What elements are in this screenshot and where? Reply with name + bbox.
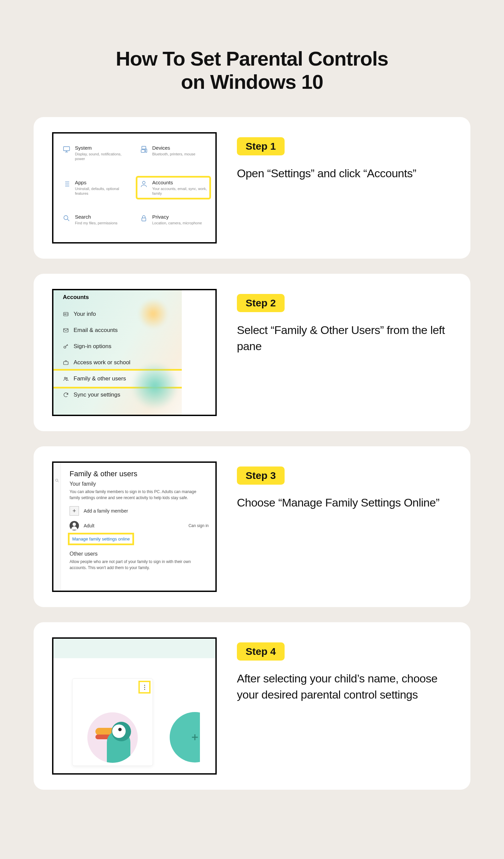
svg-point-12 bbox=[64, 377, 66, 379]
step-text-2: Select “Family & Other Users” from the l… bbox=[237, 322, 452, 354]
family-topbar bbox=[53, 639, 215, 658]
settings-tile-system[interactable]: System Display, sound, notifications, po… bbox=[62, 145, 130, 162]
title-line-2: on Windows 10 bbox=[181, 71, 323, 93]
list-icon bbox=[62, 180, 71, 189]
settings-tile-privacy[interactable]: Privacy Location, camera, microphone bbox=[139, 214, 207, 225]
svg-point-13 bbox=[66, 378, 67, 379]
svg-rect-1 bbox=[142, 146, 146, 149]
tile-sub: Bluetooth, printers, mouse bbox=[152, 152, 195, 156]
screenshot-step-4 bbox=[52, 637, 217, 774]
child-profile-card-2[interactable] bbox=[170, 678, 200, 766]
tile-label: System bbox=[75, 145, 130, 151]
step-text-3: Choose “Manage Family Settings Online” bbox=[237, 495, 452, 511]
svg-point-10 bbox=[64, 346, 66, 348]
step-card-2: Accounts Your info Email & accounts Sign… bbox=[34, 274, 470, 431]
tile-label: Search bbox=[75, 214, 117, 220]
search-icon bbox=[53, 476, 61, 485]
sync-icon bbox=[63, 392, 69, 398]
tile-sub: Uninstall, defaults, optional features bbox=[75, 186, 130, 196]
step-badge-3: Step 3 bbox=[237, 467, 285, 485]
people-icon bbox=[63, 376, 69, 382]
lock-icon bbox=[139, 214, 148, 223]
svg-rect-6 bbox=[142, 218, 146, 221]
nav-label: Access work or school bbox=[74, 359, 130, 366]
more-options-button[interactable] bbox=[140, 682, 149, 692]
child-avatar-toucan bbox=[88, 712, 138, 763]
nav-label: Sign-in options bbox=[74, 343, 111, 350]
nav-label: Sync your settings bbox=[74, 392, 120, 398]
plus-icon: + bbox=[69, 506, 79, 516]
tile-label: Accounts bbox=[152, 180, 207, 185]
step-card-4: Step 4 After selecting your child’s name… bbox=[34, 622, 470, 790]
screenshot-step-1: System Display, sound, notifications, po… bbox=[52, 132, 217, 243]
nav-label: Email & accounts bbox=[74, 327, 117, 334]
tile-label: Devices bbox=[152, 145, 195, 151]
child-profile-card[interactable] bbox=[72, 678, 153, 766]
title-line-1: How To Set Parental Controls bbox=[116, 47, 389, 70]
person-icon bbox=[139, 180, 148, 189]
family-member-adult[interactable]: Adult bbox=[69, 521, 94, 530]
tile-sub: Find my files, permissions bbox=[75, 221, 117, 225]
page-title: How To Set Parental Controls on Windows … bbox=[34, 47, 470, 93]
svg-rect-3 bbox=[145, 149, 147, 152]
svg-rect-9 bbox=[63, 329, 68, 332]
step-card-3: Family & other users Your family You can… bbox=[34, 446, 470, 607]
key-icon bbox=[63, 343, 69, 349]
nav-label: Family & other users bbox=[74, 375, 126, 382]
mail-icon bbox=[63, 327, 69, 333]
svg-rect-0 bbox=[63, 147, 69, 151]
manage-family-settings-link[interactable]: Manage family settings online bbox=[69, 534, 132, 543]
briefcase-icon bbox=[63, 360, 69, 366]
avatar-icon bbox=[69, 521, 79, 530]
section-your-family-desc: You can allow family members to sign in … bbox=[69, 489, 197, 501]
child-avatar-plus bbox=[170, 712, 200, 763]
svg-point-8 bbox=[64, 314, 65, 315]
tile-sub: Display, sound, notifications, power bbox=[75, 152, 130, 162]
section-your-family: Your family bbox=[69, 481, 209, 487]
adult-label: Adult bbox=[84, 523, 94, 528]
tile-sub: Location, camera, microphone bbox=[152, 221, 202, 225]
monitor-icon bbox=[62, 145, 71, 154]
devices-icon bbox=[139, 145, 148, 154]
settings-tile-devices[interactable]: Devices Bluetooth, printers, mouse bbox=[139, 145, 207, 162]
pane-heading: Family & other users bbox=[69, 469, 209, 478]
settings-tile-apps[interactable]: Apps Uninstall, defaults, optional featu… bbox=[62, 180, 130, 196]
step-badge-2: Step 2 bbox=[237, 294, 285, 312]
search-icon bbox=[62, 214, 71, 223]
settings-tile-search[interactable]: Search Find my files, permissions bbox=[62, 214, 130, 225]
add-family-label: Add a family member bbox=[84, 508, 128, 514]
svg-rect-2 bbox=[141, 150, 145, 152]
can-sign-in: Can sign in bbox=[189, 523, 209, 528]
idcard-icon bbox=[63, 311, 69, 317]
section-other-users: Other users bbox=[69, 551, 209, 557]
step-text-1: Open “Settings” and click “Accounts” bbox=[237, 165, 452, 182]
step-badge-1: Step 1 bbox=[237, 137, 285, 155]
svg-point-4 bbox=[142, 181, 145, 184]
screenshot-step-2: Accounts Your info Email & accounts Sign… bbox=[52, 289, 217, 416]
tile-sub: Your accounts, email, sync, work, family bbox=[152, 186, 207, 196]
step-text-4: After selecting your child’s name, choos… bbox=[237, 670, 452, 703]
svg-point-14 bbox=[56, 479, 58, 482]
svg-point-5 bbox=[64, 215, 68, 220]
sidebar bbox=[53, 463, 61, 591]
add-family-member[interactable]: + Add a family member bbox=[69, 506, 209, 516]
screenshot-step-3: Family & other users Your family You can… bbox=[52, 462, 217, 592]
tile-label: Privacy bbox=[152, 214, 202, 220]
step-card-1: System Display, sound, notifications, po… bbox=[34, 117, 470, 259]
svg-rect-11 bbox=[63, 362, 68, 365]
section-other-users-desc: Allow people who are not part of your fa… bbox=[69, 559, 197, 571]
settings-tile-accounts[interactable]: Accounts Your accounts, email, sync, wor… bbox=[138, 178, 209, 198]
tile-label: Apps bbox=[75, 180, 130, 185]
step-badge-4: Step 4 bbox=[237, 643, 285, 661]
nav-label: Your info bbox=[74, 311, 96, 317]
